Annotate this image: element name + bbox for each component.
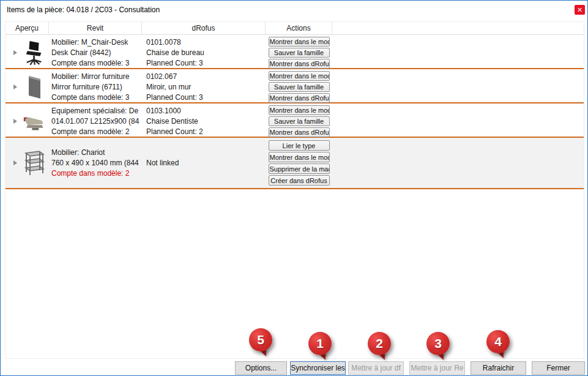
empty-cell	[332, 35, 584, 70]
save-family-button[interactable]: Sauver la famille	[269, 48, 330, 58]
callout-badge-5: 5	[249, 328, 272, 352]
revit-line: Mobilier: Chariot	[51, 148, 142, 158]
preview-cell	[6, 138, 49, 188]
callout-badge-3: 3	[426, 332, 450, 355]
revit-line: Compte dans modèle: 2	[51, 127, 142, 137]
save-family-button[interactable]: Sauver la famille	[269, 116, 330, 126]
show-in-drofus-button[interactable]: Montrer dans dRofus	[269, 93, 330, 103]
revit-line-warning: Compte dans modèle: 2	[51, 168, 142, 179]
drofus-info: 0102.067 Miroir, un mur Planned Count: 3	[142, 69, 266, 105]
empty-cell	[332, 103, 584, 139]
revit-info: Mobilier: Chariot 760 x 490 x 1040 mm (8…	[49, 138, 142, 188]
revit-line: Equipement spécialisé: De	[51, 106, 142, 116]
show-in-drofus-button[interactable]: Montrer dans dRofus	[269, 59, 330, 69]
preview-cell	[6, 103, 49, 139]
revit-line: 760 x 490 x 1040 mm (844	[51, 158, 142, 168]
column-header-empty	[332, 22, 584, 34]
options-button[interactable]: Options...	[235, 361, 287, 375]
revit-line: 014.01.007 L2125x900 (84	[51, 116, 142, 127]
revit-line: Compte dans modèle: 3	[51, 92, 142, 103]
table-row[interactable]: Equipement spécialisé: De 014.01.007 L21…	[6, 103, 584, 138]
cart-icon	[23, 149, 46, 177]
revit-line: Mirror furniture (6711)	[51, 82, 142, 92]
drofus-info: 0101.0078 Chaise de bureau Planned Count…	[142, 35, 266, 70]
drofus-line: Chaise Dentiste	[146, 116, 266, 127]
actions-cell: Lier le type Montrer dans le mod Supprim…	[266, 138, 332, 188]
expand-arrow-icon[interactable]	[13, 50, 17, 55]
drofus-info: 0103.1000 Chaise Dentiste Planned Count:…	[142, 103, 266, 139]
close-icon[interactable]: ✕	[575, 5, 585, 15]
column-header-apercu[interactable]: Aperçu	[6, 22, 49, 34]
callout-number: 5	[249, 328, 272, 352]
drofus-line: Planned Count: 3	[146, 92, 266, 103]
actions-cell: Montrer dans le mod Sauver la famille Mo…	[266, 103, 332, 139]
link-type-button[interactable]: Lier le type	[269, 140, 330, 151]
mirror-icon	[23, 73, 46, 101]
dialog-title: Items de la pièce: 04.018 / 2C03 - Consu…	[7, 6, 160, 14]
revit-line: Mobilier: M_Chair-Desk	[51, 37, 142, 48]
update-drofus-button: Mettre à jour df	[348, 361, 404, 375]
drofus-line: 0103.1000	[146, 106, 266, 116]
drofus-line: Chaise de bureau	[146, 48, 266, 58]
callout-badge-4: 4	[486, 330, 510, 353]
revit-line: Desk Chair (8442)	[51, 48, 142, 58]
revit-info: Mobilier: Mirror furniture Mirror furnit…	[49, 69, 142, 105]
revit-line: Compte dans modèle: 3	[51, 58, 142, 69]
expand-arrow-icon[interactable]	[13, 85, 17, 89]
empty-cell	[332, 69, 584, 105]
dentist-chair-icon	[23, 107, 46, 135]
revit-line: Mobilier: Mirror furniture	[51, 72, 142, 82]
close-button[interactable]: Fermer	[532, 361, 585, 375]
drofus-line: Planned Count: 2	[146, 127, 266, 137]
callout-number: 3	[426, 332, 450, 355]
expand-arrow-icon[interactable]	[13, 119, 17, 124]
revit-info: Equipement spécialisé: De 014.01.007 L21…	[49, 103, 142, 139]
column-header-actions[interactable]: Actions	[266, 22, 332, 34]
table-row[interactable]: Mobilier: Mirror furniture Mirror furnit…	[6, 69, 584, 103]
show-in-model-button[interactable]: Montrer dans le mod	[269, 152, 330, 162]
create-in-drofus-button[interactable]: Créer dans dRofus	[269, 175, 330, 186]
callout-number: 4	[486, 330, 510, 353]
update-revit-button: Mettre à jour Re	[409, 361, 465, 375]
table-row[interactable]: Mobilier: Chariot 760 x 490 x 1040 mm (8…	[6, 138, 584, 189]
drofus-info: Not linked	[142, 138, 266, 188]
delete-from-model-button[interactable]: Supprimer de la maq	[269, 164, 330, 174]
show-in-model-button[interactable]: Montrer dans le mod	[269, 37, 330, 47]
refresh-button[interactable]: Rafraichir	[471, 361, 526, 375]
column-header-drofus[interactable]: dRofus	[142, 22, 266, 34]
items-table: Aperçu Revit dRofus Actions M	[5, 21, 584, 359]
actions-cell: Montrer dans le mod Sauver la famille Mo…	[266, 69, 332, 105]
dialog-window: Items de la pièce: 04.018 / 2C03 - Consu…	[0, 0, 588, 376]
callout-number: 1	[308, 332, 332, 355]
drofus-line: Miroir, un mur	[146, 82, 266, 92]
empty-cell	[332, 138, 584, 188]
drofus-line: 0101.0078	[146, 37, 266, 48]
column-header-revit[interactable]: Revit	[49, 22, 142, 34]
expand-arrow-icon[interactable]	[13, 160, 17, 165]
actions-cell: Montrer dans le mod Sauver la famille Mo…	[266, 35, 332, 70]
drofus-line: Not linked	[146, 158, 266, 168]
table-header-row: Aperçu Revit dRofus Actions	[6, 22, 584, 35]
callout-number: 2	[368, 332, 391, 355]
drofus-line: Planned Count: 3	[146, 58, 266, 69]
preview-cell	[6, 69, 49, 105]
table-row[interactable]: Mobilier: M_Chair-Desk Desk Chair (8442)…	[6, 35, 584, 69]
callout-badge-1: 1	[308, 332, 332, 355]
desk-chair-icon	[23, 39, 46, 67]
show-in-drofus-button[interactable]: Montrer dans dRofus	[269, 127, 330, 137]
preview-cell	[6, 35, 49, 70]
revit-info: Mobilier: M_Chair-Desk Desk Chair (8442)…	[49, 35, 142, 70]
callout-badge-2: 2	[368, 332, 391, 355]
show-in-model-button[interactable]: Montrer dans le mod	[269, 71, 330, 81]
title-bar: Items de la pièce: 04.018 / 2C03 - Consu…	[1, 1, 587, 19]
drofus-line: 0102.067	[146, 72, 266, 82]
save-family-button[interactable]: Sauver la famille	[269, 82, 330, 92]
show-in-model-button[interactable]: Montrer dans le mod	[269, 105, 330, 115]
synchronize-button[interactable]: Synchroniser les	[290, 361, 346, 375]
